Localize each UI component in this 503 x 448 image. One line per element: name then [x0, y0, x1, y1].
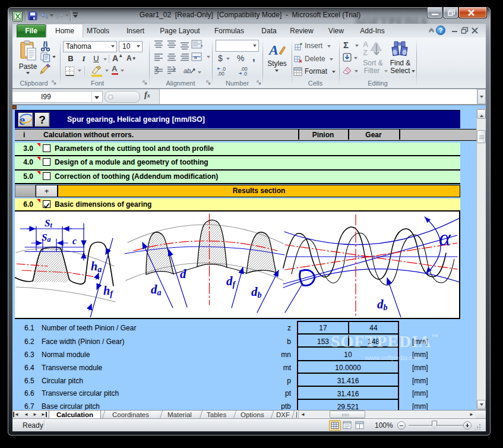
svg-text:a: a [194, 55, 197, 60]
svg-text:Sa: Sa [42, 232, 50, 244]
svg-text:da: da [151, 282, 162, 297]
svg-text:St: St [45, 217, 52, 229]
svg-text:c: c [72, 236, 77, 246]
svg-text:A: A [268, 42, 279, 58]
svg-text:df: df [226, 274, 236, 289]
svg-text:A: A [363, 40, 369, 49]
svg-text:hf: hf [103, 284, 113, 298]
svg-text:.00: .00 [217, 71, 224, 77]
svg-text:ha: ha [91, 260, 102, 274]
svg-text:α: α [439, 225, 451, 250]
svg-text:d: d [180, 267, 186, 281]
svg-text:Z: Z [363, 48, 368, 57]
svg-text:.0: .0 [243, 71, 247, 77]
svg-text:db: db [377, 297, 388, 312]
svg-text:db: db [251, 285, 262, 299]
svg-text:ab: ab [184, 67, 191, 74]
